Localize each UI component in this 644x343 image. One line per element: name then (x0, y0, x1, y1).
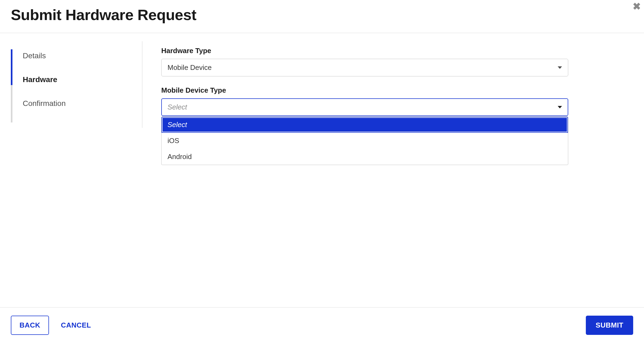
close-icon[interactable]: ✖ (633, 2, 641, 11)
wizard-steps-sidebar: Details Hardware Confirmation (0, 33, 142, 307)
chevron-down-icon (558, 66, 562, 69)
wizard-progress-rail (11, 49, 12, 122)
dropdown-option-android[interactable]: Android (162, 149, 568, 165)
page-title: Submit Hardware Request (11, 6, 633, 24)
dropdown-option-ios[interactable]: iOS (162, 133, 568, 149)
form-area: Hardware Type Mobile Device Mobile Devic… (142, 33, 644, 307)
wizard-step-details[interactable]: Details (23, 44, 142, 68)
hardware-type-select[interactable]: Mobile Device (161, 59, 568, 76)
cancel-button[interactable]: CANCEL (59, 316, 93, 334)
footer-left-actions: BACK CANCEL (11, 316, 93, 335)
wizard-step-hardware[interactable]: Hardware (23, 68, 142, 92)
dropdown-option-select[interactable]: Select (162, 117, 568, 133)
mobile-device-type-label: Mobile Device Type (161, 86, 568, 95)
mobile-device-type-field: Mobile Device Type Select Select iOS And… (161, 86, 568, 116)
hardware-type-field: Hardware Type Mobile Device (161, 47, 568, 76)
dialog-header: Submit Hardware Request ✖ (0, 0, 644, 33)
mobile-device-type-placeholder: Select (167, 103, 187, 111)
mobile-device-type-dropdown: Select iOS Android (161, 117, 568, 165)
hardware-type-label: Hardware Type (161, 47, 568, 55)
submit-button[interactable]: SUBMIT (586, 316, 633, 335)
hardware-type-value: Mobile Device (167, 63, 212, 72)
wizard-step-confirmation[interactable]: Confirmation (23, 92, 142, 115)
main-content: Details Hardware Confirmation Hardware T… (0, 33, 644, 307)
mobile-device-type-select[interactable]: Select (161, 98, 568, 116)
chevron-down-icon (558, 106, 562, 108)
dialog-footer: BACK CANCEL SUBMIT (0, 307, 644, 343)
wizard-progress-fill (11, 49, 12, 85)
back-button[interactable]: BACK (11, 316, 49, 335)
